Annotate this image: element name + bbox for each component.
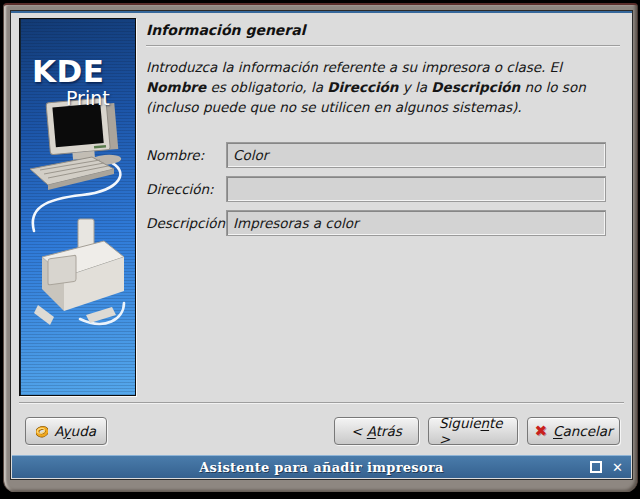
back-button[interactable]: < Atrás xyxy=(334,417,419,445)
red-x-icon: ✖ xyxy=(534,424,547,439)
help-button[interactable]: Ayuda xyxy=(25,417,107,445)
maximize-icon[interactable] xyxy=(590,461,602,473)
print-logo-text: Print xyxy=(66,87,110,109)
footer-separator xyxy=(19,402,624,404)
close-icon[interactable]: ✕ xyxy=(612,461,623,474)
window-decoration-frame: KDE Print Información general Introduzca… xyxy=(3,3,638,492)
intro-text-part: Introduzca la información referente a su… xyxy=(146,59,562,75)
nombre-label: Nombre: xyxy=(146,142,204,168)
form-row-nombre: Nombre: xyxy=(146,142,614,168)
form-row-descripcion: Descripción: xyxy=(146,210,614,236)
form-row-direccion: Dirección: xyxy=(146,176,614,202)
descripcion-input[interactable] xyxy=(226,210,606,236)
printer-icon xyxy=(34,219,124,325)
intro-paragraph: Introduzca la información referente a su… xyxy=(146,57,620,117)
intro-text-part: es obligatorio, la xyxy=(206,79,327,95)
intro-bold-descripcion: Descripción xyxy=(431,79,520,95)
next-button-label: Siguiente > xyxy=(439,415,507,447)
direccion-input[interactable] xyxy=(226,176,606,202)
nombre-input[interactable] xyxy=(226,142,606,168)
page-title: Información general xyxy=(146,22,306,38)
screenshot-canvas: KDE Print Información general Introduzca… xyxy=(0,0,640,499)
intro-bold-nombre: Nombre xyxy=(146,79,206,95)
lifebuoy-icon xyxy=(36,423,48,439)
back-button-label: < Atrás xyxy=(351,423,402,439)
descripcion-label: Descripción: xyxy=(146,210,230,236)
window-title: Asistente para añadir impresora xyxy=(199,460,444,475)
help-button-label: Ayuda xyxy=(54,423,96,439)
cancel-button-label: Cancelar xyxy=(553,423,613,439)
next-button[interactable]: Siguiente > xyxy=(428,417,518,445)
titlebar-buttons: ✕ xyxy=(590,456,623,478)
wizard-button-group: < Atrás Siguiente > ✖ Cancelar xyxy=(334,417,620,445)
intro-text-part: y la xyxy=(398,79,431,95)
wizard-window: KDE Print Información general Introduzca… xyxy=(10,10,633,480)
kdeprint-sidebar-artwork: KDE Print xyxy=(19,18,136,396)
wizard-dialog-body: KDE Print Información general Introduzca… xyxy=(11,13,632,455)
intro-bold-direccion: Dirección xyxy=(327,79,398,95)
header-separator xyxy=(146,45,620,47)
cancel-button[interactable]: ✖ Cancelar xyxy=(527,417,620,445)
kde-logo-text: KDE xyxy=(32,53,104,89)
window-titlebar[interactable]: Asistente para añadir impresora ✕ xyxy=(12,455,631,478)
keyboard-icon xyxy=(30,157,114,190)
direccion-label: Dirección: xyxy=(146,176,214,202)
